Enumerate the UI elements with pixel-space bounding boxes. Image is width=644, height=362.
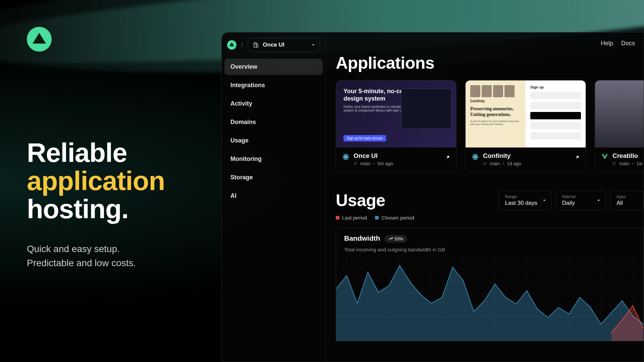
react-icon [342,153,350,161]
dashboard-panel: Help Docs / Once UI Overview Integration… [221,32,644,362]
hero-title-accent: application [27,166,165,196]
app-name: Confinity [483,152,521,160]
svg-point-15 [484,162,485,163]
app-branch: main [490,161,500,166]
app-card-onceui[interactable]: Your 5-minute, no-code React design syst… [336,80,457,173]
nav-overview[interactable]: Overview [224,59,323,75]
hero-title: Reliable application hosting. [27,139,221,223]
svg-point-16 [484,164,485,165]
interval-value: Daily [562,200,592,206]
svg-point-8 [354,162,355,163]
bandwidth-subtitle: Total incoming and outgoing bandwidth in… [336,247,643,257]
svg-point-9 [354,164,355,165]
range-select[interactable]: Range Last 30 days [499,191,552,210]
app-thumbnail: Your 5-minute, no-code React design syst… [336,80,456,147]
nav-usage[interactable]: Usage [224,132,323,149]
app-time: 1d ago [507,161,521,166]
vue-icon [601,153,608,161]
help-link[interactable]: Help [601,40,613,47]
interval-label: Interval [562,194,592,199]
git-branch-icon [483,162,487,166]
app-time: 1w [636,161,642,166]
git-branch-icon [612,162,616,166]
svg-point-11 [475,156,476,158]
app-branch: main [360,161,370,166]
hero-title-line3: hosting. [27,194,128,224]
app-thumbnail: Confinity Preserving memories. Uniting g… [466,80,586,147]
sidebar: / Once UI Overview Integrations Activity… [222,33,326,362]
brand-logo [27,27,52,52]
app-time: 5m ago [377,161,393,166]
app-branch: main [619,161,629,166]
range-value: Last 30 days [505,200,537,206]
range-label: Range [505,194,537,199]
workspace-name: Once UI [263,42,284,48]
applications-list: Your 5-minute, no-code React design syst… [336,80,644,173]
breadcrumb-separator: / [241,41,243,49]
apps-value: All [616,200,629,206]
bandwidth-chart [336,257,643,341]
app-name: Creatillo [612,152,642,160]
hero-title-line1: Reliable [27,138,127,168]
external-link-icon [445,155,450,160]
trend-up-icon [389,237,393,241]
apps-select[interactable]: Apps All [610,191,644,210]
git-branch-icon [354,162,358,166]
svg-point-18 [613,162,614,163]
external-link-icon [575,155,580,160]
nav-integrations[interactable]: Integrations [224,77,323,94]
chevron-down-icon [543,199,546,202]
bandwidth-chart-panel: Bandwidth 53% Total incoming and outgoin… [336,228,644,341]
svg-point-20 [615,162,616,163]
nav-ai[interactable]: AI [224,188,323,204]
chevron-down-icon [597,199,600,202]
applications-title: Applications [336,53,644,73]
usage-title: Usage [336,191,495,210]
workspace-selector[interactable]: Once UI [248,38,320,52]
app-name: Once UI [354,152,393,160]
bandwidth-title: Bandwidth [344,234,380,242]
trend-badge: 53% [385,235,407,243]
react-icon [472,153,479,161]
svg-point-19 [613,164,614,165]
apps-label: Apps [616,194,629,199]
legend-swatch-last [336,216,339,220]
chart-legend: Last period Chosen period [336,215,644,221]
svg-point-17 [486,162,487,163]
nav-monitoring[interactable]: Monitoring [224,151,323,167]
nav-storage[interactable]: Storage [224,169,323,186]
hero-subtitle: Quick and easy setup. Predictable and lo… [27,242,221,270]
nav-activity[interactable]: Activity [224,96,323,112]
building-icon [253,42,259,48]
app-card-creatillo[interactable]: Proxima b Journal of the Universe Creati… [595,80,644,173]
svg-point-4 [345,156,346,158]
chevron-down-icon [312,43,315,47]
interval-select[interactable]: Interval Daily [556,191,606,210]
app-thumbnail: Proxima b Journal of the Universe [595,80,644,147]
brand-logo-small[interactable] [227,40,236,50]
legend-swatch-chosen [375,216,379,220]
nav-domains[interactable]: Domains [224,114,323,130]
docs-link[interactable]: Docs [621,40,635,47]
svg-point-10 [356,162,357,163]
svg-rect-1 [256,44,258,47]
app-card-confinity[interactable]: Confinity Preserving memories. Uniting g… [465,80,586,173]
